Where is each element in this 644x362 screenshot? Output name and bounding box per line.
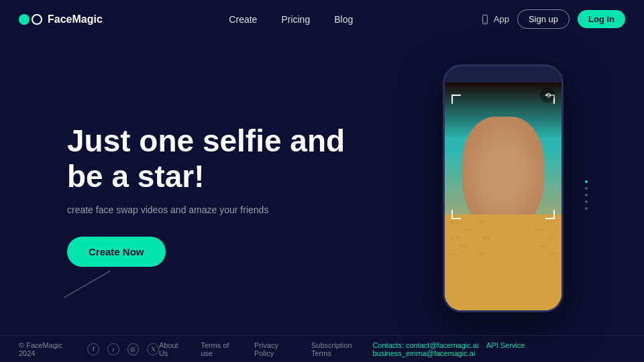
contacts-label: Contacts: xyxy=(372,341,403,349)
logo-icon xyxy=(19,14,42,25)
terms-link[interactable]: Terms of use xyxy=(201,341,242,357)
logo-text: FaceMagic xyxy=(48,13,103,25)
page-dots xyxy=(585,180,588,210)
phone-mockup: STOP STOP STOP STOP STOP STOP STOP STOP … xyxy=(443,64,577,326)
camera-screen: STOP STOP STOP STOP STOP STOP STOP STOP … xyxy=(445,82,561,310)
facebook-icon[interactable]: f xyxy=(87,343,99,355)
hero-subtitle: create face swap videos and amaze your f… xyxy=(67,204,349,215)
corner-bottom-right xyxy=(545,210,555,219)
contact-email[interactable]: contact@facemagic.ai xyxy=(406,341,478,349)
signup-button[interactable]: Sign up xyxy=(517,9,570,29)
logo-circle-filled xyxy=(19,14,30,25)
mobile-icon xyxy=(480,14,490,25)
nav-blog[interactable]: Blog xyxy=(334,14,353,25)
phone-frame: STOP STOP STOP STOP STOP STOP STOP STOP … xyxy=(443,64,564,312)
stop-text-5: STOP xyxy=(533,228,543,232)
shirt-area: STOP STOP STOP STOP STOP STOP STOP STOP … xyxy=(445,215,561,310)
page-dot-4[interactable] xyxy=(585,200,588,203)
nav-pricing[interactable]: Pricing xyxy=(281,14,310,25)
signin-button[interactable]: Log in xyxy=(578,10,625,28)
face-skin xyxy=(462,117,544,231)
main-nav: Create Pricing Blog xyxy=(229,14,353,25)
subscription-link[interactable]: Subscription Terms xyxy=(311,341,372,357)
twitter-icon[interactable]: 𝕏 xyxy=(147,343,159,355)
stop-text-13: STOP xyxy=(549,252,558,256)
hero-title: Just one selfie and be a star! xyxy=(67,123,349,194)
footer-links: About Us Terms of use Privacy Policy Sub… xyxy=(159,341,373,357)
page-dot-2[interactable] xyxy=(585,187,588,190)
footer-contact: Contacts: contact@facemagic.ai API Servi… xyxy=(372,341,625,357)
face-photo: STOP STOP STOP STOP STOP STOP STOP STOP … xyxy=(445,82,561,310)
nav-create[interactable]: Create xyxy=(229,14,257,25)
corner-top-left xyxy=(451,95,461,104)
stop-text-11: STOP xyxy=(448,252,458,256)
header-actions: App Sign up Log in xyxy=(480,9,625,29)
privacy-link[interactable]: Privacy Policy xyxy=(254,341,299,357)
stop-text-8: STOP xyxy=(547,236,556,240)
about-link[interactable]: About Us xyxy=(159,341,189,357)
instagram-icon[interactable]: ◎ xyxy=(127,343,140,355)
copyright: © FaceMagic 2024 xyxy=(19,341,79,357)
api-email[interactable]: business_emma@facemagic.ai xyxy=(372,349,475,357)
hero-section: Just one selfie and be a star! create fa… xyxy=(0,38,644,339)
footer-left: © FaceMagic 2024 f ♪ ◎ 𝕏 xyxy=(19,341,159,357)
stop-text-4: STOP xyxy=(464,228,473,232)
page-dot-5[interactable] xyxy=(585,207,588,210)
footer: © FaceMagic 2024 f ♪ ◎ 𝕏 About Us Terms … xyxy=(0,335,644,362)
decorative-line xyxy=(64,270,111,298)
stop-text-2: STOP xyxy=(478,220,488,224)
stop-text-12: STOP xyxy=(478,252,488,256)
api-label: API Service xyxy=(486,341,525,349)
stop-text-7: STOP xyxy=(482,236,491,240)
corner-bottom-left xyxy=(451,210,461,219)
header: FaceMagic Create Pricing Blog App Sign u… xyxy=(0,0,644,38)
stop-text-10: STOP xyxy=(539,244,548,248)
phone-status-bar xyxy=(445,66,561,82)
page-dot-1[interactable] xyxy=(585,180,588,183)
stop-text-6: STOP xyxy=(450,236,460,240)
logo[interactable]: FaceMagic xyxy=(19,13,103,25)
create-now-button[interactable]: Create Now xyxy=(67,237,166,267)
camera-flip-icon: ⟲ xyxy=(540,88,555,103)
svg-rect-0 xyxy=(482,15,487,23)
page-dot-3[interactable] xyxy=(585,194,588,196)
app-link[interactable]: App xyxy=(480,14,509,25)
stop-text-9: STOP xyxy=(458,244,468,248)
stop-text-1: STOP xyxy=(450,220,460,224)
hero-content: Just one selfie and be a star! create fa… xyxy=(67,123,349,267)
tiktok-icon[interactable]: ♪ xyxy=(107,343,119,355)
app-label: App xyxy=(494,14,509,24)
logo-circle-outline xyxy=(32,14,42,25)
stop-text-3: STOP xyxy=(547,220,556,224)
